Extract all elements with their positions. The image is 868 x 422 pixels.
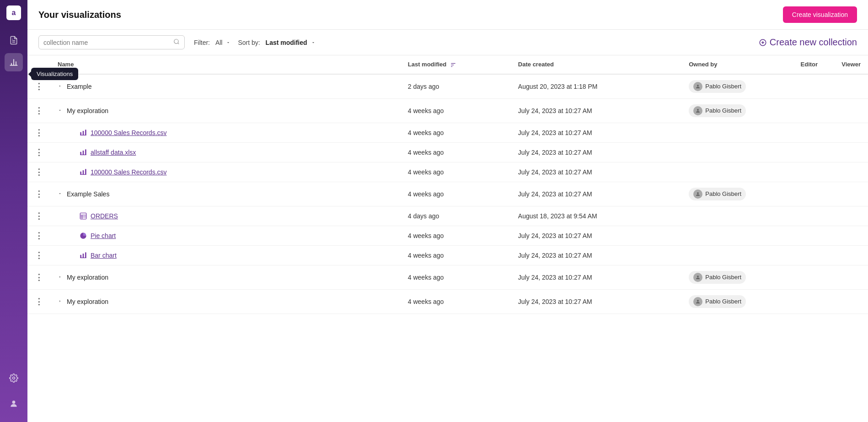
dots-menu-cell: ⋮ xyxy=(27,123,50,142)
name-col-header: Name xyxy=(50,55,401,74)
expand-icon[interactable] xyxy=(58,299,63,304)
search-input[interactable] xyxy=(43,39,170,46)
dots-menu-cell: ⋮ xyxy=(27,245,50,265)
expand-icon[interactable] xyxy=(70,130,76,135)
search-box[interactable] xyxy=(38,35,185,49)
create-visualization-button[interactable]: Create visualization xyxy=(783,6,857,23)
editor-cell xyxy=(793,206,835,226)
dots-menu[interactable]: ⋮ xyxy=(35,232,43,240)
name-cell: My exploration xyxy=(50,265,401,289)
svg-rect-24 xyxy=(85,149,86,155)
viewer-cell xyxy=(834,265,868,289)
name-cell: Bar chart xyxy=(50,245,401,265)
viewer-cell xyxy=(834,245,868,265)
expand-icon[interactable] xyxy=(70,169,76,174)
svg-point-8 xyxy=(174,39,178,43)
svg-point-7 xyxy=(12,400,16,404)
row-name-label[interactable]: My exploration xyxy=(67,274,108,281)
toolbar: Filter: All Sort by: Last modified Creat… xyxy=(27,30,868,55)
svg-rect-31 xyxy=(80,213,86,219)
user-nav-icon[interactable] xyxy=(5,395,23,413)
svg-point-39 xyxy=(697,276,699,277)
table-chart-icon xyxy=(80,212,87,220)
svg-rect-22 xyxy=(80,151,81,155)
dots-menu[interactable]: ⋮ xyxy=(35,107,43,115)
row-name-label[interactable]: allstaff data.xlsx xyxy=(91,149,136,156)
table-row: ⋮ Example Sales 4 weeks ago July 24, 202… xyxy=(27,182,868,206)
dots-menu[interactable]: ⋮ xyxy=(35,298,43,306)
modified-cell: 4 days ago xyxy=(401,206,511,226)
owner-cell: Pablo Gisbert xyxy=(681,98,793,123)
name-cell: Example xyxy=(50,74,401,99)
table-header: Name Last modified Date created Owned by… xyxy=(27,55,868,74)
expand-icon[interactable] xyxy=(58,191,63,197)
owner-cell xyxy=(681,162,793,182)
table-row: ⋮ Pie chart 4 weeks ago July 24, 2023 at… xyxy=(27,226,868,245)
dots-menu[interactable]: ⋮ xyxy=(35,251,43,260)
dots-menu[interactable]: ⋮ xyxy=(35,82,43,91)
created-cell: July 24, 2023 at 10:27 AM xyxy=(511,265,681,289)
svg-rect-27 xyxy=(83,170,84,174)
owner-cell: Pablo Gisbert xyxy=(681,265,793,289)
pie-chart-icon xyxy=(80,232,87,239)
dots-menu[interactable]: ⋮ xyxy=(35,129,43,137)
table-row: ⋮ ORDERS 4 days ago August 18, 2023 at 9… xyxy=(27,206,868,226)
svg-rect-20 xyxy=(85,130,86,135)
settings-nav-icon[interactable] xyxy=(5,369,23,387)
row-name-label[interactable]: Bar chart xyxy=(91,252,117,259)
svg-rect-36 xyxy=(83,254,84,258)
row-name-label[interactable]: My exploration xyxy=(67,298,108,305)
expand-icon[interactable] xyxy=(70,233,76,238)
dots-menu[interactable]: ⋮ xyxy=(35,148,43,157)
bar-chart-icon xyxy=(80,149,87,156)
avatar xyxy=(693,273,702,282)
editor-col-header: Editor xyxy=(793,55,835,74)
expand-icon[interactable] xyxy=(70,213,76,218)
row-name-label[interactable]: Pie chart xyxy=(91,232,116,239)
created-cell: July 24, 2023 at 10:27 AM xyxy=(511,226,681,245)
visualizations-table: Name Last modified Date created Owned by… xyxy=(27,55,868,314)
filter-label: Filter: xyxy=(194,39,210,46)
modified-cell: 4 weeks ago xyxy=(401,162,511,182)
dots-menu[interactable]: ⋮ xyxy=(35,273,43,281)
viewer-cell xyxy=(834,206,868,226)
expand-icon[interactable] xyxy=(58,108,63,114)
viewer-cell xyxy=(834,142,868,162)
row-name-label[interactable]: ORDERS xyxy=(91,212,118,220)
table-row: ⋮ My exploration 4 weeks ago July 24, 20… xyxy=(27,289,868,314)
row-name-label[interactable]: 100000 Sales Records.csv xyxy=(91,168,167,176)
sort-button[interactable]: Sort by: Last modified xyxy=(238,37,315,48)
row-name-label[interactable]: Example xyxy=(67,83,91,90)
row-name-label[interactable]: My exploration xyxy=(67,107,108,114)
expand-icon[interactable] xyxy=(70,253,76,258)
created-cell: August 20, 2023 at 1:18 PM xyxy=(511,74,681,99)
expand-icon[interactable] xyxy=(70,150,76,155)
dots-menu-cell: ⋮ xyxy=(27,206,50,226)
owner-cell xyxy=(681,245,793,265)
created-cell: July 24, 2023 at 10:27 AM xyxy=(511,289,681,314)
row-name-label[interactable]: 100000 Sales Records.csv xyxy=(91,129,167,136)
svg-rect-26 xyxy=(80,171,81,174)
create-collection-label: Create new collection xyxy=(770,37,857,48)
dots-menu-cell: ⋮ xyxy=(27,182,50,206)
create-collection-button[interactable]: Create new collection xyxy=(759,37,857,48)
row-name-label[interactable]: Example Sales xyxy=(67,190,109,198)
expand-icon[interactable] xyxy=(58,84,63,89)
name-cell: ORDERS xyxy=(50,206,401,226)
table-row: ⋮ allstaff data.xlsx 4 weeks ago July 24… xyxy=(27,142,868,162)
owned-col-header: Owned by xyxy=(681,55,793,74)
chart-nav-icon[interactable] xyxy=(5,53,23,71)
expand-icon[interactable] xyxy=(58,275,63,280)
app-logo[interactable]: a xyxy=(6,5,21,20)
svg-point-40 xyxy=(697,300,699,302)
editor-cell xyxy=(793,142,835,162)
modified-cell: 4 weeks ago xyxy=(401,123,511,142)
dots-menu[interactable]: ⋮ xyxy=(35,168,43,176)
owner-cell: Pablo Gisbert xyxy=(681,289,793,314)
dots-menu[interactable]: ⋮ xyxy=(35,212,43,220)
dots-menu[interactable]: ⋮ xyxy=(35,190,43,198)
filter-button[interactable]: Filter: All xyxy=(194,37,230,48)
table-row: ⋮ My exploration 4 weeks ago July 24, 20… xyxy=(27,265,868,289)
document-nav-icon[interactable] xyxy=(5,31,23,49)
modified-cell: 2 days ago xyxy=(401,74,511,99)
